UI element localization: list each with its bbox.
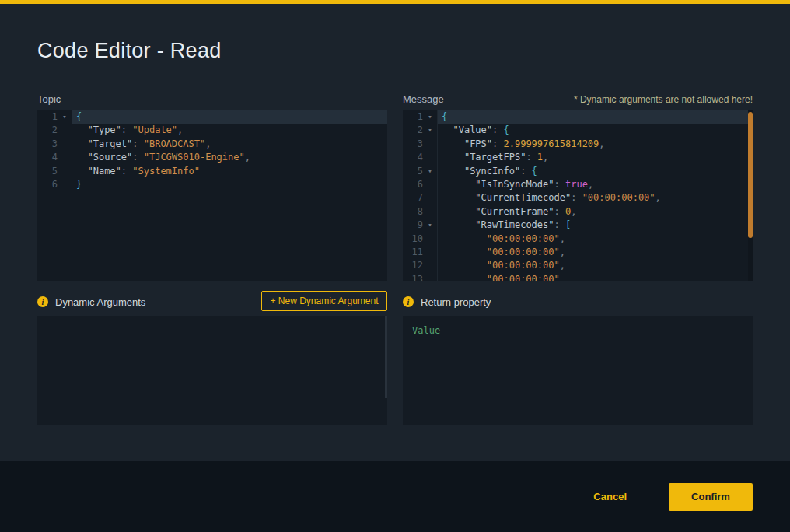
line-number: 1 xyxy=(403,110,423,124)
new-dynamic-argument-button[interactable]: + New Dynamic Argument xyxy=(261,291,387,311)
line-number: 6 xyxy=(37,178,58,191)
message-scrollbar-thumb[interactable] xyxy=(748,112,753,238)
line-number: 10 xyxy=(403,233,423,246)
line-number: 5 xyxy=(37,165,58,178)
message-scrollbar-track[interactable] xyxy=(748,110,753,281)
line-gutter: 3 xyxy=(403,138,438,151)
code-line[interactable]: 2 "Type": "Update", xyxy=(37,124,387,137)
line-gutter: 8 xyxy=(403,205,438,219)
code-line[interactable]: 9 "RawTimecodes": [ xyxy=(403,219,753,232)
fold-toggle-icon[interactable] xyxy=(423,165,437,178)
code-line[interactable]: 1{ xyxy=(403,110,753,124)
code-line[interactable]: 3 "Target": "BROADCAST", xyxy=(37,138,387,151)
dynamic-arguments-panel xyxy=(37,316,387,425)
code-line[interactable]: 3 "FPS": 2.999997615814209, xyxy=(403,138,753,151)
message-label: Message xyxy=(403,93,444,105)
line-gutter: 3 xyxy=(37,138,72,151)
code-line-text: "00:00:00:00", xyxy=(438,233,753,246)
fold-toggle-icon xyxy=(423,205,437,219)
fold-toggle-icon[interactable] xyxy=(58,110,72,124)
line-number: 12 xyxy=(403,259,423,272)
code-line-text: "Name": "SystemInfo" xyxy=(72,165,387,178)
cancel-button[interactable]: Cancel xyxy=(593,491,627,502)
line-number: 1 xyxy=(37,110,58,124)
line-number: 11 xyxy=(403,246,423,259)
dynamic-arguments-scrollbar[interactable] xyxy=(385,316,387,398)
line-number: 3 xyxy=(403,138,423,151)
return-property-value: Value xyxy=(412,325,440,336)
code-line[interactable]: 2 "Value": { xyxy=(403,124,753,137)
line-gutter: 10 xyxy=(403,233,438,246)
fold-toggle-icon xyxy=(423,191,437,205)
fold-toggle-icon xyxy=(58,151,72,164)
code-line[interactable]: 5 "SyncInfo": { xyxy=(403,165,753,178)
code-line-text: "00:00:00:00" xyxy=(438,273,753,281)
line-gutter: 11 xyxy=(403,246,438,259)
line-number: 2 xyxy=(403,124,423,137)
fold-toggle-icon xyxy=(423,138,437,151)
message-code-editor[interactable]: 1{2 "Value": {3 "FPS": 2.999997615814209… xyxy=(403,110,753,281)
fold-toggle-icon[interactable] xyxy=(423,219,437,232)
fold-toggle-icon xyxy=(58,124,72,137)
fold-toggle-icon xyxy=(423,259,437,272)
line-number: 6 xyxy=(403,178,423,191)
fold-toggle-icon xyxy=(58,178,72,191)
code-line-text: "CurrentFrame": 0, xyxy=(438,205,753,219)
fold-toggle-icon[interactable] xyxy=(423,110,437,124)
code-line-text: "Source": "TJCGWS010-Engine", xyxy=(72,151,387,164)
code-line[interactable]: 7 "CurrentTimecode": "00:00:00:00", xyxy=(403,191,753,205)
return-property-editor[interactable]: Value xyxy=(403,316,753,425)
fold-toggle-icon xyxy=(423,273,437,281)
line-gutter: 4 xyxy=(37,151,72,164)
code-line[interactable]: 13 "00:00:00:00" xyxy=(403,273,753,281)
code-line-text: "SyncInfo": { xyxy=(438,165,753,178)
code-line[interactable]: 6} xyxy=(37,178,387,191)
dynamic-arguments-label: Dynamic Arguments xyxy=(55,296,145,308)
info-icon[interactable] xyxy=(403,296,414,307)
line-gutter: 2 xyxy=(37,124,72,137)
code-line-text: "00:00:00:00", xyxy=(438,246,753,259)
code-line-text: } xyxy=(72,178,387,191)
line-gutter: 4 xyxy=(403,151,438,164)
footer-bar: Cancel Confirm xyxy=(0,461,790,532)
code-line-text: "RawTimecodes": [ xyxy=(438,219,753,232)
code-line[interactable]: 8 "CurrentFrame": 0, xyxy=(403,205,753,219)
code-line[interactable]: 6 "IsInSyncMode": true, xyxy=(403,178,753,191)
line-gutter: 13 xyxy=(403,273,438,281)
line-gutter: 6 xyxy=(403,178,438,191)
code-line[interactable]: 12 "00:00:00:00", xyxy=(403,259,753,272)
topic-code-editor[interactable]: 1{2 "Type": "Update",3 "Target": "BROADC… xyxy=(37,110,387,281)
code-line-text: "FPS": 2.999997615814209, xyxy=(438,138,753,151)
fold-toggle-icon xyxy=(58,165,72,178)
line-gutter: 5 xyxy=(403,165,438,178)
page-title: Code Editor - Read xyxy=(37,39,222,63)
fold-toggle-icon[interactable] xyxy=(423,124,437,137)
line-gutter: 7 xyxy=(403,191,438,205)
topic-code-lines: 1{2 "Type": "Update",3 "Target": "BROADC… xyxy=(37,110,387,281)
line-number: 9 xyxy=(403,219,423,232)
fold-toggle-icon xyxy=(423,178,437,191)
line-number: 2 xyxy=(37,124,58,137)
topic-label: Topic xyxy=(37,93,61,105)
code-line[interactable]: 5 "Name": "SystemInfo" xyxy=(37,165,387,178)
return-property-header: Return property xyxy=(403,296,491,308)
code-line[interactable]: 4 "TargetFPS": 1, xyxy=(403,151,753,164)
code-line[interactable]: 11 "00:00:00:00", xyxy=(403,246,753,259)
confirm-button[interactable]: Confirm xyxy=(669,483,753,511)
code-line-text: "00:00:00:00", xyxy=(438,259,753,272)
line-gutter: 1 xyxy=(403,110,438,124)
info-icon[interactable] xyxy=(37,296,48,307)
code-line-text: "Value": { xyxy=(438,124,753,137)
line-number: 5 xyxy=(403,165,423,178)
code-line[interactable]: 1{ xyxy=(37,110,387,124)
line-gutter: 6 xyxy=(37,178,72,191)
line-number: 4 xyxy=(403,151,423,164)
code-line-text: "Target": "BROADCAST", xyxy=(72,138,387,151)
line-gutter: 2 xyxy=(403,124,438,137)
code-line[interactable]: 4 "Source": "TJCGWS010-Engine", xyxy=(37,151,387,164)
code-line[interactable]: 10 "00:00:00:00", xyxy=(403,233,753,246)
code-line-text: "Type": "Update", xyxy=(72,124,387,137)
fold-toggle-icon xyxy=(423,151,437,164)
line-gutter: 12 xyxy=(403,259,438,272)
line-number: 4 xyxy=(37,151,58,164)
